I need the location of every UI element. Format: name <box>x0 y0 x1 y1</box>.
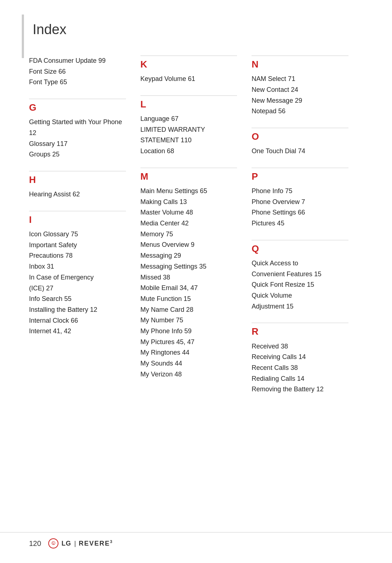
list-item: LIMITED WARRANTYSTATEMENT 110 <box>140 125 237 146</box>
list-item: Internet 41, 42 <box>29 326 126 337</box>
lg-logo-circle: Ⓛ <box>48 538 58 548</box>
section-q-items: Quick Access toConvenient Features 15 Qu… <box>252 258 348 312</box>
list-item: My Sounds 44 <box>140 358 237 369</box>
list-item: Icon Glossary 75 <box>29 229 126 240</box>
list-item: New Contact 24 <box>252 85 348 95</box>
list-item: Font Size 66 <box>29 66 126 77</box>
section-divider <box>29 211 126 211</box>
section-letter-r: R <box>252 326 348 337</box>
section-letter-h: H <box>29 174 126 185</box>
list-item: FDA Consumer Update 99 <box>29 56 126 66</box>
list-item: Redialing Calls 14 <box>252 374 348 384</box>
list-item: Quick Font Resize 15 <box>252 280 348 290</box>
list-item: Making Calls 13 <box>140 197 237 208</box>
list-item: My Verizon 48 <box>140 369 237 380</box>
list-item: Mute Function 15 <box>140 294 237 305</box>
section-p: P Phone Info 75 Phone Overview 7 Phone S… <box>252 168 348 229</box>
section-m: M Main Menu Settings 65 Making Calls 13 … <box>140 168 237 380</box>
list-item: Master Volume 48 <box>140 207 237 218</box>
list-item: Getting Started with Your Phone 12 <box>29 117 126 138</box>
section-divider <box>252 128 348 128</box>
footer-sup: 3 <box>110 539 113 544</box>
list-item: Font Type 65 <box>29 77 126 88</box>
column-3: N NAM Select 71 New Contact 24 New Messa… <box>252 56 363 406</box>
section-divider <box>252 240 348 240</box>
section-fda-items: FDA Consumer Update 99 Font Size 66 Font… <box>29 56 126 88</box>
section-letter-i: I <box>29 214 126 225</box>
section-letter-m: M <box>140 171 237 182</box>
list-item: Location 68 <box>140 146 237 157</box>
list-item: Pictures 45 <box>252 218 348 229</box>
section-i-items: Icon Glossary 75 Important SafetyPrecaut… <box>29 229 126 337</box>
columns-wrapper: FDA Consumer Update 99 Font Size 66 Font… <box>29 56 363 406</box>
section-r-items: Received 38 Receiving Calls 14 Recent Ca… <box>252 341 348 395</box>
list-item: Keypad Volume 61 <box>140 74 237 85</box>
list-item: Phone Settings 66 <box>252 207 348 218</box>
list-item: Notepad 56 <box>252 106 348 117</box>
footer-lg-text: LG <box>61 540 71 547</box>
section-k-items: Keypad Volume 61 <box>140 74 237 85</box>
lg-logo-text: Ⓛ <box>52 541 55 546</box>
section-divider <box>252 323 348 323</box>
section-l: L Language 67 LIMITED WARRANTYSTATEMENT … <box>140 95 237 157</box>
section-divider <box>140 56 237 56</box>
section-k: K Keypad Volume 61 <box>140 56 237 85</box>
section-divider <box>140 168 237 168</box>
list-item: Info Search 55 <box>29 294 126 305</box>
list-item: Phone Overview 7 <box>252 197 348 208</box>
list-item: In Case of Emergency(ICE) 27 <box>29 272 126 294</box>
footer-logo: Ⓛ LG | REVERE3 <box>48 538 113 548</box>
section-q: Q Quick Access toConvenient Features 15 … <box>252 240 348 312</box>
list-item: Main Menu Settings 65 <box>140 186 237 197</box>
footer-model-name: REVERE3 <box>79 539 113 547</box>
page-container: Index FDA Consumer Update 99 Font Size 6… <box>0 0 392 563</box>
section-divider <box>140 95 237 96</box>
list-item: One Touch Dial 74 <box>252 146 348 157</box>
list-item: Media Center 42 <box>140 218 237 229</box>
page-number: 120 <box>29 539 41 548</box>
section-g-items: Getting Started with Your Phone 12 Gloss… <box>29 117 126 160</box>
section-o: O One Touch Dial 74 <box>252 128 348 157</box>
section-divider <box>252 168 348 168</box>
list-item: Mobile Email 34, 47 <box>140 283 237 294</box>
list-item: Removing the Battery 12 <box>252 384 348 395</box>
column-1: FDA Consumer Update 99 Font Size 66 Font… <box>29 56 140 406</box>
list-item: Inbox 31 <box>29 261 126 272</box>
list-item: Phone Info 75 <box>252 186 348 197</box>
list-item: Messaging Settings 35 <box>140 261 237 272</box>
section-letter-l: L <box>140 99 237 110</box>
footer-separator: | <box>74 540 76 547</box>
list-item: My Name Card 28 <box>140 305 237 315</box>
column-2: K Keypad Volume 61 L Language 67 LIMITED… <box>140 56 252 406</box>
list-item: Menus Overview 9 <box>140 240 237 250</box>
list-item: Internal Clock 66 <box>29 315 126 326</box>
list-item: My Number 75 <box>140 315 237 326</box>
section-letter-q: Q <box>252 243 348 254</box>
list-item: Messaging 29 <box>140 250 237 261</box>
section-i: I Icon Glossary 75 Important SafetyPreca… <box>29 211 126 337</box>
section-g: G Getting Started with Your Phone 12 Glo… <box>29 99 126 160</box>
list-item: Installing the Battery 12 <box>29 305 126 315</box>
list-item: Language 67 <box>140 114 237 125</box>
list-item: Hearing Assist 62 <box>29 189 126 200</box>
section-n: N NAM Select 71 New Contact 24 New Messa… <box>252 56 348 117</box>
section-o-items: One Touch Dial 74 <box>252 146 348 157</box>
section-n-items: NAM Select 71 New Contact 24 New Message… <box>252 74 348 117</box>
list-item: Receiving Calls 14 <box>252 352 348 363</box>
list-item: Memory 75 <box>140 229 237 240</box>
section-h: H Hearing Assist 62 <box>29 171 126 200</box>
list-item: Important SafetyPrecautions 78 <box>29 240 126 261</box>
list-item: Groups 25 <box>29 149 126 160</box>
section-fda: FDA Consumer Update 99 Font Size 66 Font… <box>29 56 126 88</box>
list-item: Quick VolumeAdjustment 15 <box>252 290 348 312</box>
section-p-items: Phone Info 75 Phone Overview 7 Phone Set… <box>252 186 348 229</box>
list-item: NAM Select 71 <box>252 74 348 85</box>
list-item: Received 38 <box>252 341 348 352</box>
list-item: Recent Calls 38 <box>252 363 348 374</box>
page-footer: 120 Ⓛ LG | REVERE3 <box>0 532 392 548</box>
section-letter-k: K <box>140 59 237 70</box>
section-divider <box>252 56 348 56</box>
section-divider <box>29 171 126 171</box>
list-item: Quick Access toConvenient Features 15 <box>252 258 348 280</box>
section-letter-g: G <box>29 102 126 113</box>
